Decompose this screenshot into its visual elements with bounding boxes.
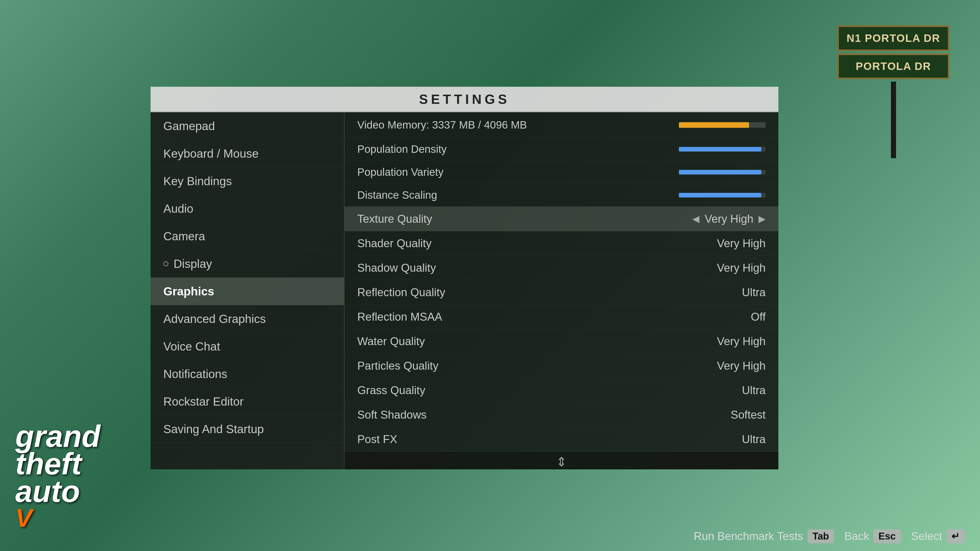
quality-row-post-fx[interactable]: Post FX Ultra — [345, 427, 778, 451]
distance-scaling-fill — [679, 193, 761, 197]
sidebar-item-saving-startup[interactable]: Saving And Startup — [151, 415, 344, 443]
soft-shadows-label: Soft Shadows — [357, 408, 731, 421]
settings-body: GamepadKeyboard / MouseKey BindingsAudio… — [151, 112, 778, 469]
water-quality-label: Water Quality — [357, 335, 717, 348]
scroll-arrows-icon: ⇕ — [556, 454, 567, 469]
quality-row-soft-shadows[interactable]: Soft Shadows Softest — [345, 403, 778, 427]
sidebar-item-keyboard-mouse[interactable]: Keyboard / Mouse — [151, 140, 344, 167]
content-area: Video Memory: 3337 MB / 4096 MB Populati… — [345, 112, 778, 469]
population-variety-label: Population Variety — [357, 166, 669, 178]
back-label: Back — [844, 530, 869, 543]
quality-row-water-quality[interactable]: Water Quality Very High — [345, 329, 778, 354]
texture-quality-value: ◀ Very High ▶ — [692, 213, 765, 225]
benchmark-action[interactable]: Run Benchmark Tests Tab — [694, 529, 834, 543]
gta-logo: grand theft auto V — [15, 422, 100, 530]
sidebar-item-rockstar-editor[interactable]: Rockstar Editor — [151, 388, 344, 415]
particles-quality-value: Very High — [717, 359, 765, 372]
settings-title-bar: SETTINGS — [151, 87, 778, 112]
shader-quality-value: Very High — [717, 237, 765, 250]
video-memory-row: Video Memory: 3337 MB / 4096 MB — [345, 112, 778, 138]
post-fx-value: Ultra — [742, 433, 765, 446]
slider-row-population-variety[interactable]: Population Variety — [345, 161, 778, 184]
reflection-quality-value: Ultra — [742, 286, 765, 299]
back-key: Esc — [873, 529, 901, 543]
gta-logo-theft: theft — [15, 450, 100, 478]
gta-logo-auto: auto — [15, 478, 100, 505]
texture-quality-val: Very High — [705, 213, 753, 225]
sidebar-item-camera[interactable]: Camera — [151, 222, 344, 250]
population-density-label: Population Density — [357, 143, 669, 156]
sign-post — [891, 82, 896, 158]
texture-quality-label: Texture Quality — [357, 213, 692, 225]
texture-quality-arrow-right[interactable]: ▶ — [759, 213, 765, 224]
sidebar-item-key-bindings[interactable]: Key Bindings — [151, 167, 344, 195]
quality-row-reflection-msaa[interactable]: Reflection MSAA Off — [345, 305, 778, 329]
sidebar-item-advanced-graphics[interactable]: Advanced Graphics — [151, 305, 344, 333]
select-label: Select — [911, 530, 942, 543]
sidebar-item-audio[interactable]: Audio — [151, 195, 344, 222]
gta-logo-five: V — [15, 505, 32, 530]
population-density-bar — [679, 147, 765, 151]
population-variety-bar — [679, 170, 765, 175]
grass-quality-label: Grass Quality — [357, 384, 742, 397]
memory-bar-fill — [679, 122, 749, 128]
sidebar-bullet-icon — [163, 261, 169, 266]
quality-row-particles-quality[interactable]: Particles Quality Very High — [345, 354, 778, 378]
sidebar-item-label-graphics: Graphics — [163, 284, 214, 298]
sidebar-item-label-gamepad: Gamepad — [163, 119, 215, 133]
post-fx-label: Post FX — [357, 433, 742, 446]
sidebar-item-voice-chat[interactable]: Voice Chat — [151, 333, 344, 360]
slider-row-distance-scaling[interactable]: Distance Scaling — [345, 184, 778, 206]
water-quality-value: Very High — [717, 335, 765, 348]
sidebar-item-label-rockstar-editor: Rockstar Editor — [163, 395, 243, 408]
settings-panel: SETTINGS GamepadKeyboard / MouseKey Bind… — [151, 87, 778, 469]
quality-row-reflection-quality[interactable]: Reflection Quality Ultra — [345, 280, 778, 305]
sidebar: GamepadKeyboard / MouseKey BindingsAudio… — [151, 112, 345, 469]
soft-shadows-value: Softest — [731, 408, 765, 421]
sidebar-item-label-display: Display — [173, 257, 212, 271]
street-sign-line2: PORTOLA DR — [837, 54, 950, 79]
sidebar-item-label-voice-chat: Voice Chat — [163, 340, 220, 353]
texture-quality-arrow-left[interactable]: ◀ — [692, 213, 700, 224]
reflection-msaa-value: Off — [751, 310, 765, 323]
reflection-msaa-label: Reflection MSAA — [357, 310, 751, 323]
sidebar-item-label-notifications: Notifications — [163, 367, 228, 381]
quality-row-grass-quality[interactable]: Grass Quality Ultra — [345, 378, 778, 403]
sidebar-item-notifications[interactable]: Notifications — [151, 360, 344, 388]
sidebar-item-gamepad[interactable]: Gamepad — [151, 112, 344, 140]
select-key: ↵ — [946, 529, 965, 543]
sidebar-item-label-keyboard-mouse: Keyboard / Mouse — [163, 147, 259, 160]
slider-row-population-density[interactable]: Population Density — [345, 138, 778, 161]
sidebar-item-label-saving-startup: Saving And Startup — [163, 422, 264, 436]
shadow-quality-value: Very High — [717, 262, 765, 274]
quality-row-shader-quality[interactable]: Shader Quality Very High — [345, 231, 778, 256]
video-memory-label: Video Memory: 3337 MB / 4096 MB — [357, 119, 669, 131]
quality-row-texture-quality[interactable]: Texture Quality ◀ Very High ▶ — [345, 206, 778, 231]
memory-bar-container — [679, 122, 765, 128]
sidebar-item-display[interactable]: Display — [151, 250, 344, 278]
back-action[interactable]: Back Esc — [844, 529, 900, 543]
population-variety-fill — [679, 170, 761, 175]
reflection-quality-label: Reflection Quality — [357, 286, 742, 299]
sidebar-item-graphics[interactable]: Graphics — [151, 278, 344, 305]
street-sign-line1: N1 PORTOLA DR — [837, 25, 950, 51]
sidebar-item-label-audio: Audio — [163, 202, 193, 216]
population-density-fill — [679, 147, 761, 151]
distance-scaling-bar — [679, 193, 765, 197]
select-action[interactable]: Select ↵ — [911, 529, 965, 543]
particles-quality-label: Particles Quality — [357, 359, 717, 372]
settings-title: SETTINGS — [419, 92, 510, 107]
street-sign-decoration: N1 PORTOLA DR PORTOLA DR — [837, 25, 950, 158]
benchmark-key: Tab — [808, 529, 834, 543]
quality-row-shadow-quality[interactable]: Shadow Quality Very High — [345, 256, 778, 280]
benchmark-label: Run Benchmark Tests — [694, 530, 803, 543]
shader-quality-label: Shader Quality — [357, 237, 717, 250]
sidebar-item-label-camera: Camera — [163, 229, 205, 243]
shadow-quality-label: Shadow Quality — [357, 262, 717, 274]
bottom-bar: Run Benchmark Tests Tab Back Esc Select … — [694, 529, 965, 543]
sidebar-item-label-key-bindings: Key Bindings — [163, 174, 232, 188]
gta-logo-grand: grand — [15, 422, 100, 450]
scroll-indicator[interactable]: ⇕ — [345, 451, 778, 469]
sidebar-item-label-advanced-graphics: Advanced Graphics — [163, 312, 266, 326]
grass-quality-value: Ultra — [742, 384, 765, 397]
